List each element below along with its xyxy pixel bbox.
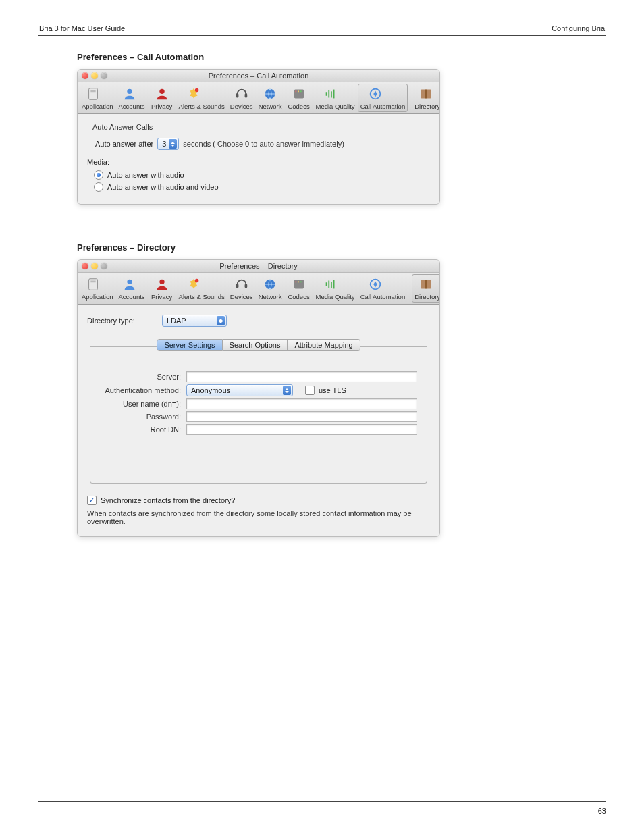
book-icon: [419, 86, 433, 101]
auto-answer-seconds-select[interactable]: 3: [157, 138, 179, 150]
tab-application[interactable]: Application: [79, 84, 115, 112]
page-number: 63: [598, 807, 606, 815]
privacy-icon: [155, 86, 169, 101]
radio-icon: [94, 182, 103, 192]
server-input[interactable]: [186, 371, 417, 382]
radio-icon: [94, 170, 103, 180]
application-icon: [86, 277, 101, 292]
seconds-hint: seconds ( Choose 0 to auto answer immedi…: [183, 140, 344, 148]
window-title: Preferences – Call Automation: [78, 72, 439, 80]
group-auto-answer: Auto Answer Calls: [90, 123, 155, 131]
password-input[interactable]: [186, 411, 417, 422]
directory-type-select[interactable]: LDAP: [162, 315, 227, 327]
codecs-icon: [292, 277, 306, 292]
directory-type-value: LDAP: [167, 317, 214, 325]
preferences-toolbar: Application Accounts Privacy Alerts & So…: [78, 82, 439, 114]
tab-media-quality[interactable]: Media Quality: [313, 274, 358, 303]
minimize-icon[interactable]: [91, 263, 98, 269]
username-input[interactable]: [186, 398, 417, 409]
stepper-arrows-icon: [169, 139, 177, 149]
globe-icon: [263, 277, 277, 292]
radio-audio-only[interactable]: Auto answer with audio: [94, 170, 184, 180]
alerts-icon: [186, 277, 201, 292]
sync-contacts-note: When contacts are synchronized from the …: [87, 509, 430, 525]
tab-media-quality[interactable]: Media Quality: [313, 84, 358, 112]
sync-contacts-checkbox[interactable]: Synchronize contacts from the directory?: [87, 496, 235, 505]
username-label: User name (dn=):: [100, 400, 186, 408]
zoom-icon: [101, 72, 107, 79]
tab-call-automation[interactable]: Call Automation: [358, 274, 408, 303]
rootdn-input[interactable]: [186, 424, 417, 435]
media-label: Media:: [87, 158, 430, 166]
password-label: Password:: [100, 413, 186, 421]
tab-devices[interactable]: Devices: [227, 274, 256, 303]
headphones-icon: [234, 86, 249, 101]
close-icon[interactable]: [82, 72, 88, 79]
radio-av-label: Auto answer with audio and video: [107, 183, 219, 191]
window-directory: Preferences – Directory Application Acco…: [77, 259, 440, 537]
accounts-icon: [122, 86, 137, 101]
auth-method-select[interactable]: Anonymous: [186, 384, 293, 396]
checkbox-icon: [305, 386, 315, 395]
minimize-icon[interactable]: [91, 72, 98, 79]
tab-alerts-sounds[interactable]: Alerts & Sounds: [176, 84, 227, 112]
headphones-icon: [234, 277, 249, 292]
doc-title: Bria 3 for Mac User Guide: [39, 24, 125, 32]
use-tls-label: use TLS: [319, 386, 346, 394]
tab-devices[interactable]: Devices: [227, 84, 256, 112]
equalizer-icon: [323, 86, 338, 101]
tab-privacy[interactable]: Privacy: [148, 274, 176, 303]
close-icon[interactable]: [82, 263, 88, 269]
section-title-directory: Preferences – Directory: [77, 242, 606, 253]
tab-application[interactable]: Application: [79, 274, 115, 303]
window-call-automation: Preferences – Call Automation Applicatio…: [77, 69, 440, 205]
zoom-icon: [101, 263, 107, 269]
tab-codecs[interactable]: Codecs: [285, 84, 313, 112]
doc-chapter: Configuring Bria: [552, 24, 605, 32]
tab-accounts[interactable]: Accounts: [115, 84, 147, 112]
auto-answer-seconds-value: 3: [162, 140, 166, 148]
auth-label: Authentication method:: [100, 386, 186, 394]
use-tls-checkbox[interactable]: use TLS: [305, 386, 346, 395]
radio-audio-label: Auto answer with audio: [107, 171, 184, 179]
tab-alerts-sounds[interactable]: Alerts & Sounds: [176, 274, 227, 303]
rootdn-label: Root DN:: [100, 425, 186, 434]
tab-accounts[interactable]: Accounts: [115, 274, 147, 303]
sync-contacts-label: Synchronize contacts from the directory?: [101, 496, 235, 504]
tab-codecs[interactable]: Codecs: [285, 274, 313, 303]
chevron-updown-icon: [217, 316, 225, 325]
call-automation-icon: [368, 86, 383, 101]
server-label: Server:: [100, 373, 186, 381]
tab-call-automation[interactable]: Call Automation: [358, 84, 408, 112]
tab-directory[interactable]: Directory: [412, 84, 440, 112]
chevron-updown-icon: [283, 386, 291, 395]
codecs-icon: [292, 86, 306, 101]
call-automation-icon: [368, 277, 383, 292]
accounts-icon: [122, 277, 137, 292]
book-icon: [419, 277, 433, 292]
directory-type-label: Directory type:: [87, 317, 162, 325]
header-rule: [38, 35, 606, 36]
section-title-call-automation: Preferences – Call Automation: [77, 52, 606, 62]
auto-answer-after-label: Auto answer after: [95, 140, 153, 148]
preferences-toolbar: Application Accounts Privacy Alerts & So…: [78, 273, 439, 305]
application-icon: [86, 86, 101, 101]
alerts-icon: [186, 86, 201, 101]
title-bar[interactable]: Preferences – Call Automation: [78, 70, 439, 82]
window-title: Preferences – Directory: [78, 262, 439, 270]
tab-privacy[interactable]: Privacy: [148, 84, 176, 112]
radio-audio-video[interactable]: Auto answer with audio and video: [94, 182, 219, 192]
tab-search-options[interactable]: Search Options: [223, 339, 288, 351]
tab-network[interactable]: Network: [256, 274, 285, 303]
equalizer-icon: [323, 277, 338, 292]
tab-attribute-mapping[interactable]: Attribute Mapping: [288, 339, 360, 351]
tab-server-settings[interactable]: Server Settings: [157, 339, 222, 351]
checkbox-icon: [87, 496, 97, 505]
tab-network[interactable]: Network: [256, 84, 285, 112]
auth-method-value: Anonymous: [191, 386, 280, 394]
privacy-icon: [155, 277, 169, 292]
tab-directory[interactable]: Directory: [412, 274, 440, 303]
globe-icon: [263, 86, 277, 101]
title-bar[interactable]: Preferences – Directory: [78, 260, 439, 273]
